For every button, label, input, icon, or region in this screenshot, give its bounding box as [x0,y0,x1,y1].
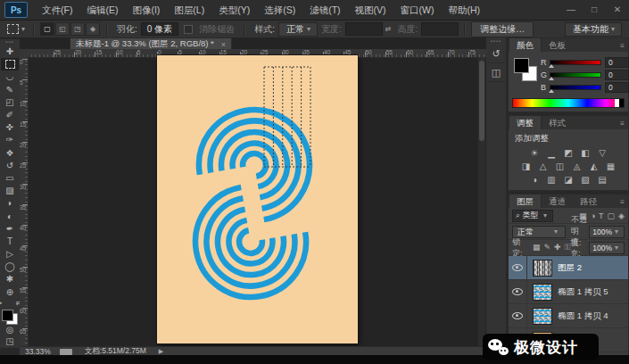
tool-preset-marquee-icon[interactable] [7,24,19,34]
tab-adjustments[interactable]: 调整 [509,115,542,129]
shape-tool[interactable]: ◯ [1,261,19,273]
menu-item-0[interactable]: 文件(F) [35,0,79,20]
panel-menu-icon[interactable]: ≡ [620,198,628,208]
panel-color-swatches[interactable] [514,58,537,81]
zoom-tool[interactable]: ⊕ [1,286,19,299]
channel-slider[interactable] [550,72,601,78]
lock-transparent-icon[interactable]: ▦ [533,243,541,252]
brush-tool[interactable]: ✑ [1,134,19,146]
layer-thumbnail[interactable] [533,260,552,277]
filter-shape-layers-icon[interactable]: ▢ [608,211,616,220]
vibrance-icon[interactable]: ▽ [596,147,609,159]
minimize-button[interactable]: — [559,0,583,20]
history-brush-tool[interactable]: ↺ [1,160,19,172]
width-input[interactable] [345,22,383,36]
layer-row[interactable]: 图层 2 [509,256,628,280]
pen-tool[interactable]: ✒ [1,223,19,236]
tab-color[interactable]: 颜色 [509,37,542,52]
vertical-scrollbar-thumb[interactable] [479,61,484,141]
toolbar-grip[interactable]: ▪▪▪ [5,39,13,46]
threshold-icon[interactable]: ◪ [562,174,575,186]
color-lookup-icon[interactable]: ▦ [604,161,617,172]
clone-stamp-tool[interactable]: ❖ [1,147,19,160]
visibility-toggle[interactable] [509,256,527,279]
channel-slider-thumb[interactable] [549,77,554,80]
opacity-select[interactable]: 100%▾ [589,226,625,238]
subtract-selection-button[interactable]: ◳ [70,22,85,36]
default-colors-icon[interactable]: ▪ [0,299,10,308]
layer-filter-type-select[interactable]: ⌕ 类型 ▾ [512,210,553,222]
hand-tool[interactable]: ✱ [1,273,19,285]
workspace-switcher[interactable]: 基本功能▾ [565,22,622,37]
tool-preset-caret-icon[interactable]: ▾ [21,25,25,33]
dodge-tool[interactable]: ◐ [1,210,19,222]
new-selection-button[interactable]: ▢ [40,22,54,36]
tab-swatches[interactable]: 色板 [542,38,573,52]
intersect-selection-button[interactable]: ◈ [86,22,100,36]
hue-saturation-icon[interactable]: ◨ [519,161,533,172]
filter-adjustment-layers-icon[interactable]: ◑ [591,211,595,220]
channel-mixer-icon[interactable]: ◭ [587,161,600,172]
visibility-toggle[interactable] [509,280,527,303]
eraser-tool[interactable]: ▭ [1,172,19,185]
panel-foreground-swatch[interactable] [514,58,529,73]
photo-filter-icon[interactable]: ◬ [570,161,583,172]
filter-type-layers-icon[interactable]: T [599,211,604,220]
menu-item-4[interactable]: 类型(Y) [211,0,257,20]
maximize-button[interactable]: □ [583,0,606,20]
swap-dimensions-icon[interactable]: ⇄ [385,25,392,33]
spot-healing-tool[interactable]: ✜ [1,121,19,134]
color-spectrum-ramp[interactable] [512,98,625,108]
tab-channels[interactable]: 通道 [542,194,573,208]
channel-slider-thumb[interactable] [549,89,554,93]
brightness-contrast-icon[interactable]: ☀ [528,147,542,159]
path-selection-tool[interactable]: ▷ [1,248,19,261]
antialias-checkbox[interactable] [184,25,193,34]
channel-slider[interactable] [550,60,601,65]
tab-layers[interactable]: 图层 [509,194,542,208]
layer-row[interactable]: 椭圆 1 拷贝 5 [509,280,628,304]
posterize-icon[interactable]: ▥ [545,174,559,186]
visibility-toggle[interactable] [509,304,527,327]
menu-item-7[interactable]: 视图(V) [348,0,393,20]
gradient-map-icon[interactable]: ▤ [596,174,609,186]
color-swatches[interactable] [2,310,18,325]
blur-tool[interactable]: ◗ [1,197,19,210]
properties-panel-icon[interactable]: ◫ [487,63,505,82]
panel-menu-icon[interactable]: ≡ [620,120,628,129]
levels-icon[interactable]: ▁ [545,147,559,159]
refine-edge-button[interactable]: 调整边缘… [471,21,534,37]
menu-item-2[interactable]: 图像(I) [125,0,167,20]
lock-position-icon[interactable]: ✚ [554,243,561,252]
status-options-arrow[interactable]: ▶ [159,348,163,355]
screen-mode-button[interactable]: ◳ [1,336,19,348]
close-button[interactable]: ✕ [606,0,629,20]
filter-smart-objects-icon[interactable]: ◈ [618,211,625,220]
layer-thumbnail[interactable] [533,308,552,325]
foreground-color-swatch[interactable] [2,310,13,321]
lasso-tool[interactable]: ◡ [1,70,19,83]
invert-icon[interactable]: ◑ [528,174,542,186]
gradient-tool[interactable]: ▨ [1,185,19,197]
document-tab[interactable]: 未标题-1 @ 33.3% (图层 2, RGB/8) * × [70,37,232,50]
move-tool[interactable]: ✚ [1,46,19,58]
tab-styles[interactable]: 样式 [542,116,573,129]
selective-color-icon[interactable]: ▧ [579,174,592,186]
lock-pixels-icon[interactable]: ✎ [543,243,550,252]
menu-item-8[interactable]: 窗口(W) [393,0,442,20]
color-balance-icon[interactable]: △ [536,161,550,172]
type-tool[interactable]: T [1,236,19,248]
channel-slider-thumb[interactable] [549,64,554,68]
fill-select[interactable]: 100%▾ [589,242,625,254]
layer-thumbnail[interactable] [533,284,552,301]
quick-mask-button[interactable]: ◎ [1,325,19,336]
channel-value-input[interactable]: 0 [605,82,629,93]
feather-input[interactable]: 0 像素 [141,22,178,36]
tab-paths[interactable]: 路径 [573,194,604,208]
quick-selection-tool[interactable]: ✎ [1,84,19,96]
vertical-scrollbar[interactable] [478,57,485,346]
exposure-icon[interactable]: ◧ [579,147,592,159]
menu-item-1[interactable]: 编辑(E) [79,0,125,20]
channel-slider[interactable] [550,85,601,90]
channel-value-input[interactable]: 0 [605,70,629,80]
